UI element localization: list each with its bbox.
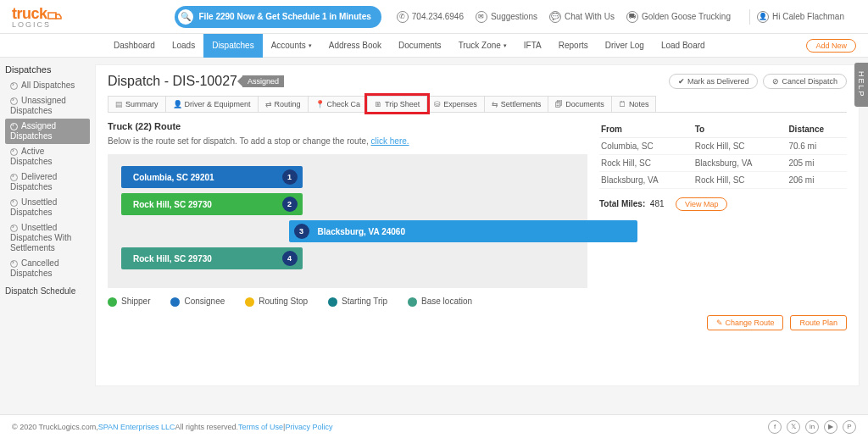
help-tab[interactable]: HELP: [854, 63, 868, 107]
total-miles: Total Miles: 481 View Map: [599, 197, 847, 211]
mail-icon: ✉: [476, 11, 487, 23]
sidebar-schedule[interactable]: Dispatch Schedule: [5, 286, 90, 296]
nav-dashboard[interactable]: Dashboard: [105, 34, 164, 58]
nav-address-book[interactable]: Address Book: [320, 34, 390, 58]
suggestions-link[interactable]: ✉Suggestions: [476, 11, 537, 23]
tab-documents[interactable]: 🗐Documents: [548, 96, 612, 112]
tab-expenses[interactable]: ⛁Expenses: [426, 96, 485, 112]
nav-documents[interactable]: Documents: [390, 34, 450, 58]
route-stop-3: 3Blacksburg, VA 24060: [289, 220, 637, 242]
tab-settlements[interactable]: ⇆Settlements: [484, 96, 549, 112]
user-icon: 👤: [757, 11, 769, 23]
change-route-button[interactable]: ✎ Change Route: [707, 315, 784, 330]
distance-table: FromToDistance Columbia, SCRock Hill, SC…: [599, 121, 847, 189]
content-panel: Dispatch - DIS-10027 Assigned ✔Mark as D…: [95, 64, 860, 386]
note-icon: 🗒: [619, 100, 626, 108]
doc-icon: 🗐: [555, 100, 563, 108]
mark-delivered-button[interactable]: ✔Mark as Delivered: [669, 74, 759, 89]
route-stop-4: Rock Hill, SC 297304: [121, 247, 303, 269]
tab-trip-sheet[interactable]: 🗎Trip Sheet: [367, 96, 427, 112]
tab-summary[interactable]: ▤Summary: [108, 96, 166, 112]
add-new-button[interactable]: Add New: [806, 39, 856, 53]
sidebar-item-all[interactable]: All Dispatches: [5, 78, 90, 93]
search-icon: 🔍: [178, 9, 193, 25]
chat-icon: 💬: [549, 11, 561, 23]
phone-icon: ✆: [397, 11, 409, 23]
company-link[interactable]: ⛟Golden Goose Trucking: [626, 11, 731, 23]
user-menu[interactable]: 👤Hi Caleb Flachman: [757, 11, 844, 23]
chevron-down-icon: ▾: [309, 42, 312, 49]
cancel-icon: ⊘: [772, 77, 779, 86]
pencil-icon: ✎: [716, 319, 723, 327]
svg-rect-0: [48, 13, 56, 19]
check-icon: ✔: [678, 77, 685, 86]
nav-loads[interactable]: Loads: [164, 34, 203, 58]
main-nav: Dashboard Loads Dispatches Accounts ▾ Ad…: [0, 34, 868, 58]
truck-icon: ⛟: [626, 11, 638, 23]
status-badge: Assigned: [242, 75, 284, 87]
route-legend: Shipper Consignee Routing Stop Starting …: [108, 297, 587, 307]
file-2290-cta[interactable]: 🔍File 2290 Now & Get Schedule 1 in Minut…: [175, 6, 381, 28]
route-stop-2: Rock Hill, SC 297302: [121, 193, 303, 215]
legend-dot-consignee: [170, 297, 180, 307]
route-stop-1: Columbia, SC 292011: [121, 166, 303, 188]
table-row: Blacksburg, VARock Hill, SC206 mi: [599, 172, 847, 189]
settle-icon: ⇆: [492, 100, 498, 108]
route-edit-link[interactable]: click here.: [371, 136, 409, 146]
tab-notes[interactable]: 🗒Notes: [611, 96, 657, 112]
legend-dot-base: [408, 297, 417, 307]
tab-check-calls[interactable]: 📍Check Ca: [308, 96, 369, 112]
sidebar-item-cancelled[interactable]: Cancelled Dispatches: [5, 256, 90, 281]
sheet-icon: 🗎: [375, 100, 382, 108]
sidebar-item-assigned[interactable]: Assigned Dispatches: [5, 119, 90, 144]
sidebar-item-active[interactable]: Active Dispatches: [5, 144, 90, 169]
page-title: Dispatch - DIS-10027: [108, 74, 237, 89]
chat-link[interactable]: 💬Chat With Us: [549, 11, 615, 23]
legend-dot-routing: [245, 297, 254, 307]
sidebar-item-unsettled[interactable]: Unsettled Dispatches: [5, 195, 90, 220]
nav-load-board[interactable]: Load Board: [653, 34, 714, 58]
nav-truck-zone[interactable]: Truck Zone ▾: [450, 34, 515, 58]
sidebar-item-unassigned[interactable]: Unassigned Dispatches: [5, 93, 90, 119]
money-icon: ⛁: [434, 100, 441, 108]
sidebar-title: Dispatches: [5, 64, 90, 75]
route-heading: Truck (22) Route: [108, 121, 587, 131]
route-desc: Below is the route set for dispatch. To …: [108, 136, 587, 146]
logo[interactable]: truckLOGICS: [12, 5, 63, 27]
driver-icon: 👤: [173, 100, 182, 108]
legend-dot-starting: [328, 297, 337, 307]
pin-icon: 📍: [315, 100, 325, 108]
nav-dispatches[interactable]: Dispatches: [203, 34, 262, 58]
sidebar-item-delivered[interactable]: Delivered Dispatches: [5, 169, 90, 195]
dispatch-tabs: ▤Summary 👤Driver & Equipment ⇄Routing 📍C…: [108, 96, 847, 113]
table-row: Rock Hill, SCBlacksburg, VA205 mi: [599, 155, 847, 172]
phone-link[interactable]: ✆704.234.6946: [397, 11, 464, 23]
tab-routing[interactable]: ⇄Routing: [258, 96, 309, 112]
table-row: Columbia, SCRock Hill, SC70.6 mi: [599, 138, 847, 155]
top-bar: truckLOGICS 🔍File 2290 Now & Get Schedul…: [0, 0, 868, 34]
table-head: FromToDistance: [599, 121, 847, 138]
cancel-dispatch-button[interactable]: ⊘Cancel Dispatch: [763, 74, 847, 89]
view-map-button[interactable]: View Map: [676, 197, 727, 211]
route-gantt: Columbia, SC 292011 Rock Hill, SC 297302…: [108, 154, 587, 288]
nav-driver-log[interactable]: Driver Log: [597, 34, 653, 58]
tab-driver-equipment[interactable]: 👤Driver & Equipment: [165, 96, 259, 112]
nav-ifta[interactable]: IFTA: [515, 34, 550, 58]
route-plan-button[interactable]: Route Plan: [790, 315, 847, 330]
nav-reports[interactable]: Reports: [550, 34, 597, 58]
chevron-down-icon: ▾: [504, 42, 507, 49]
route-icon: ⇄: [265, 100, 272, 108]
chart-icon: ▤: [115, 100, 123, 108]
sidebar: Dispatches All Dispatches Unassigned Dis…: [0, 58, 95, 386]
nav-accounts[interactable]: Accounts ▾: [263, 34, 320, 58]
legend-dot-shipper: [108, 297, 117, 307]
sidebar-item-unsettled-settlements[interactable]: Unsettled Dispatches With Settlements: [5, 220, 90, 256]
